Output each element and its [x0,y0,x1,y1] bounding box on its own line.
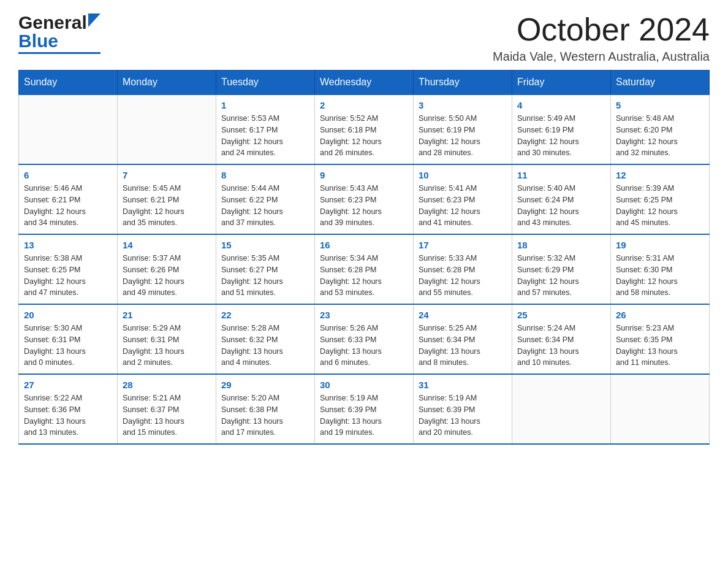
calendar-cell: 1Sunrise: 5:53 AM Sunset: 6:17 PM Daylig… [216,94,315,164]
calendar-table: SundayMondayTuesdayWednesdayThursdayFrid… [18,70,710,445]
calendar-week-row: 27Sunrise: 5:22 AM Sunset: 6:36 PM Dayli… [19,374,710,444]
logo-general-text: General [18,12,87,33]
calendar-cell: 2Sunrise: 5:52 AM Sunset: 6:18 PM Daylig… [315,94,414,164]
calendar-day-header: Thursday [414,71,512,95]
calendar-cell: 19Sunrise: 5:31 AM Sunset: 6:30 PM Dayli… [611,234,710,304]
calendar-day-header: Friday [512,71,611,95]
day-details: Sunrise: 5:41 AM Sunset: 6:23 PM Dayligh… [419,183,507,229]
day-number: 9 [320,170,408,180]
day-number: 4 [517,100,605,110]
day-details: Sunrise: 5:37 AM Sunset: 6:26 PM Dayligh… [123,253,211,299]
day-details: Sunrise: 5:48 AM Sunset: 6:20 PM Dayligh… [616,113,704,159]
day-number: 21 [123,310,211,320]
day-number: 28 [123,380,211,390]
calendar-header-row: SundayMondayTuesdayWednesdayThursdayFrid… [19,71,710,95]
calendar-cell: 5Sunrise: 5:48 AM Sunset: 6:20 PM Daylig… [611,94,710,164]
logo-underline [18,52,100,54]
day-number: 10 [419,170,507,180]
calendar-cell: 16Sunrise: 5:34 AM Sunset: 6:28 PM Dayli… [315,234,414,304]
day-details: Sunrise: 5:26 AM Sunset: 6:33 PM Dayligh… [320,323,408,369]
location-subtitle: Maida Vale, Western Australia, Australia [493,50,710,64]
svg-marker-0 [88,13,100,27]
day-details: Sunrise: 5:22 AM Sunset: 6:36 PM Dayligh… [24,393,112,439]
calendar-cell: 22Sunrise: 5:28 AM Sunset: 6:32 PM Dayli… [216,304,315,374]
day-number: 13 [24,240,112,250]
day-details: Sunrise: 5:29 AM Sunset: 6:31 PM Dayligh… [123,323,211,369]
calendar-cell [19,94,118,164]
day-number: 25 [517,310,605,320]
calendar-day-header: Saturday [611,71,710,95]
calendar-cell: 14Sunrise: 5:37 AM Sunset: 6:26 PM Dayli… [118,234,216,304]
calendar-cell: 13Sunrise: 5:38 AM Sunset: 6:25 PM Dayli… [19,234,118,304]
day-number: 24 [419,310,507,320]
day-number: 17 [419,240,507,250]
calendar-cell [512,374,611,444]
day-number: 20 [24,310,112,320]
calendar-cell: 9Sunrise: 5:43 AM Sunset: 6:23 PM Daylig… [315,164,414,234]
logo-arrow-icon [88,13,100,29]
calendar-day-header: Monday [118,71,216,95]
calendar-cell: 30Sunrise: 5:19 AM Sunset: 6:39 PM Dayli… [315,374,414,444]
calendar-cell: 20Sunrise: 5:30 AM Sunset: 6:31 PM Dayli… [19,304,118,374]
calendar-cell: 21Sunrise: 5:29 AM Sunset: 6:31 PM Dayli… [118,304,216,374]
day-details: Sunrise: 5:43 AM Sunset: 6:23 PM Dayligh… [320,183,408,229]
calendar-cell: 18Sunrise: 5:32 AM Sunset: 6:29 PM Dayli… [512,234,611,304]
day-details: Sunrise: 5:34 AM Sunset: 6:28 PM Dayligh… [320,253,408,299]
day-details: Sunrise: 5:30 AM Sunset: 6:31 PM Dayligh… [24,323,112,369]
calendar-cell: 6Sunrise: 5:46 AM Sunset: 6:21 PM Daylig… [19,164,118,234]
calendar-week-row: 1Sunrise: 5:53 AM Sunset: 6:17 PM Daylig… [19,94,710,164]
day-details: Sunrise: 5:38 AM Sunset: 6:25 PM Dayligh… [24,253,112,299]
day-details: Sunrise: 5:40 AM Sunset: 6:24 PM Dayligh… [517,183,605,229]
day-details: Sunrise: 5:32 AM Sunset: 6:29 PM Dayligh… [517,253,605,299]
month-title: October 2024 [493,12,710,47]
calendar-cell [611,374,710,444]
day-details: Sunrise: 5:33 AM Sunset: 6:28 PM Dayligh… [419,253,507,299]
day-details: Sunrise: 5:39 AM Sunset: 6:25 PM Dayligh… [616,183,704,229]
day-number: 30 [320,380,408,390]
logo-blue-text: Blue [18,31,58,52]
calendar-cell: 27Sunrise: 5:22 AM Sunset: 6:36 PM Dayli… [19,374,118,444]
day-details: Sunrise: 5:23 AM Sunset: 6:35 PM Dayligh… [616,323,704,369]
day-details: Sunrise: 5:50 AM Sunset: 6:19 PM Dayligh… [419,113,507,159]
calendar-cell: 3Sunrise: 5:50 AM Sunset: 6:19 PM Daylig… [414,94,512,164]
calendar-cell: 23Sunrise: 5:26 AM Sunset: 6:33 PM Dayli… [315,304,414,374]
day-details: Sunrise: 5:44 AM Sunset: 6:22 PM Dayligh… [221,183,309,229]
day-number: 27 [24,380,112,390]
calendar-day-header: Wednesday [315,71,414,95]
day-details: Sunrise: 5:19 AM Sunset: 6:39 PM Dayligh… [419,393,507,439]
calendar-cell: 15Sunrise: 5:35 AM Sunset: 6:27 PM Dayli… [216,234,315,304]
calendar-cell: 10Sunrise: 5:41 AM Sunset: 6:23 PM Dayli… [414,164,512,234]
day-details: Sunrise: 5:45 AM Sunset: 6:21 PM Dayligh… [123,183,211,229]
calendar-cell: 12Sunrise: 5:39 AM Sunset: 6:25 PM Dayli… [611,164,710,234]
day-details: Sunrise: 5:52 AM Sunset: 6:18 PM Dayligh… [320,113,408,159]
day-number: 3 [419,100,507,110]
calendar-cell: 24Sunrise: 5:25 AM Sunset: 6:34 PM Dayli… [414,304,512,374]
day-number: 12 [616,170,704,180]
day-number: 15 [221,240,309,250]
day-details: Sunrise: 5:21 AM Sunset: 6:37 PM Dayligh… [123,393,211,439]
day-details: Sunrise: 5:24 AM Sunset: 6:34 PM Dayligh… [517,323,605,369]
calendar-cell: 26Sunrise: 5:23 AM Sunset: 6:35 PM Dayli… [611,304,710,374]
day-details: Sunrise: 5:28 AM Sunset: 6:32 PM Dayligh… [221,323,309,369]
day-details: Sunrise: 5:20 AM Sunset: 6:38 PM Dayligh… [221,393,309,439]
day-number: 26 [616,310,704,320]
calendar-day-header: Tuesday [216,71,315,95]
day-number: 31 [419,380,507,390]
day-details: Sunrise: 5:46 AM Sunset: 6:21 PM Dayligh… [24,183,112,229]
day-number: 22 [221,310,309,320]
day-number: 18 [517,240,605,250]
day-number: 7 [123,170,211,180]
calendar-day-header: Sunday [19,71,118,95]
day-number: 23 [320,310,408,320]
day-details: Sunrise: 5:19 AM Sunset: 6:39 PM Dayligh… [320,393,408,439]
day-details: Sunrise: 5:53 AM Sunset: 6:17 PM Dayligh… [221,113,309,159]
calendar-cell: 11Sunrise: 5:40 AM Sunset: 6:24 PM Dayli… [512,164,611,234]
day-details: Sunrise: 5:31 AM Sunset: 6:30 PM Dayligh… [616,253,704,299]
calendar-cell: 29Sunrise: 5:20 AM Sunset: 6:38 PM Dayli… [216,374,315,444]
calendar-week-row: 13Sunrise: 5:38 AM Sunset: 6:25 PM Dayli… [19,234,710,304]
calendar-cell [118,94,216,164]
day-details: Sunrise: 5:49 AM Sunset: 6:19 PM Dayligh… [517,113,605,159]
day-number: 16 [320,240,408,250]
day-number: 14 [123,240,211,250]
calendar-week-row: 6Sunrise: 5:46 AM Sunset: 6:21 PM Daylig… [19,164,710,234]
